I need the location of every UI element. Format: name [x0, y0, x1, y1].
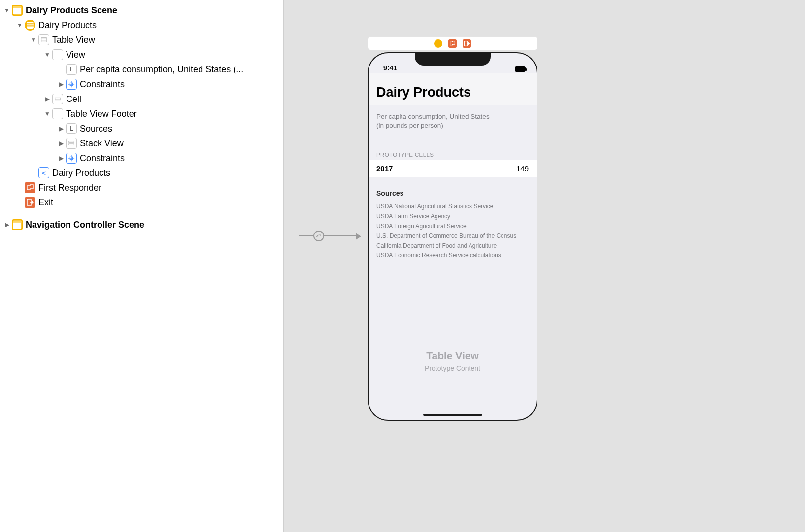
disclosure-icon[interactable]: ▼ [16, 22, 24, 29]
header-label-row[interactable]: L Per capita consumption, United States … [0, 62, 283, 77]
svg-rect-5 [41, 38, 47, 42]
sources-label-row[interactable]: ▶ L Sources [0, 121, 283, 136]
svg-rect-20 [13, 221, 22, 223]
document-outline[interactable]: ▼ Dairy Products Scene ▼ Dairy Products … [0, 0, 284, 532]
nav-controller-scene-row[interactable]: ▶ Navigation Controller Scene [0, 217, 283, 232]
cell-row[interactable]: ▶ Cell [0, 92, 283, 106]
disclosure-icon[interactable]: ▶ [57, 125, 65, 132]
storyboard-canvas[interactable]: 9:41 Dairy Products Per capita consumpti… [284, 0, 805, 532]
subtitle-line1: Per capita consumption, United States [376, 112, 529, 121]
placeholder-sub: Prototype Content [369, 365, 537, 372]
svg-rect-23 [465, 41, 468, 46]
large-title: Dairy Products [369, 73, 537, 105]
scene-label: Dairy Products Scene [26, 5, 117, 16]
tableview-placeholder: Table View Prototype Content [369, 350, 537, 372]
svg-rect-13 [69, 141, 74, 143]
sources-label: Sources [80, 124, 112, 134]
header-label-text: Per capita consumption, United States (.… [80, 65, 243, 75]
table-footer: Sources USDA National Agricultural Stati… [369, 177, 537, 268]
view-icon [52, 49, 63, 60]
svg-point-21 [316, 236, 317, 237]
tableview-icon [38, 34, 49, 45]
status-time: 9:41 [383, 64, 397, 72]
label-icon: L [66, 123, 77, 134]
constraints2-label: Constraints [80, 153, 125, 164]
source-line: USDA National Agricultural Statistics Se… [376, 202, 529, 212]
footer-label: Table View Footer [66, 109, 137, 119]
navitem-icon: < [38, 167, 49, 178]
header-view-row[interactable]: ▼ View [0, 47, 283, 62]
disclosure-icon[interactable]: ▶ [57, 155, 65, 162]
header-view-label: View [66, 50, 85, 60]
svg-point-22 [320, 234, 321, 235]
cell-year: 2017 [376, 165, 393, 173]
tableview-label: Table View [52, 35, 95, 45]
home-indicator [423, 414, 482, 416]
segue-badge[interactable] [313, 231, 324, 241]
iphone-canvas[interactable]: 9:41 Dairy Products Per capita consumpti… [368, 52, 537, 421]
scene-row-dairy-products-scene[interactable]: ▼ Dairy Products Scene [0, 3, 283, 18]
svg-rect-2 [27, 22, 34, 29]
source-line: USDA Farm Service Agency [376, 212, 529, 222]
battery-icon [515, 66, 526, 72]
segue-arrow-icon [356, 233, 361, 240]
constraints-label: Constraints [80, 79, 125, 90]
vc-row-dairy-products[interactable]: ▼ Dairy Products [0, 18, 283, 33]
source-line: U.S. Department of Commerce Bureau of th… [376, 232, 529, 241]
table-header-subtitle: Per capita consumption, United States (i… [369, 105, 537, 132]
scene-dock-vc-icon[interactable] [434, 39, 442, 48]
label-icon: L [66, 64, 77, 75]
constraints-icon [66, 153, 77, 164]
exit-row[interactable]: Exit [0, 195, 283, 210]
tableview-row[interactable]: ▼ Table View [0, 33, 283, 47]
source-line: USDA Foreign Agricultural Service [376, 222, 529, 232]
cell-label: Cell [66, 94, 81, 104]
constraints-icon [66, 79, 77, 90]
disclosure-icon[interactable]: ▶ [43, 96, 51, 102]
stackview-row[interactable]: ▶ Stack View [0, 136, 283, 151]
navitem-row[interactable]: < Dairy Products [0, 166, 283, 180]
scene-icon [12, 219, 23, 230]
placeholder-title: Table View [369, 350, 537, 362]
first-responder-label: First Responder [38, 183, 101, 193]
viewcontroller-icon [25, 20, 35, 31]
constraints-row-1[interactable]: ▶ Constraints [0, 77, 283, 92]
nav-scene-label: Navigation Controller Scene [26, 220, 144, 230]
footer-row[interactable]: ▼ Table View Footer [0, 106, 283, 121]
stackview-icon [66, 138, 77, 149]
vc-label: Dairy Products [38, 20, 97, 31]
svg-rect-1 [13, 6, 22, 8]
navitem-label: Dairy Products [52, 168, 110, 178]
disclosure-icon[interactable]: ▼ [30, 36, 37, 43]
scene-icon [12, 5, 23, 16]
sources-title: Sources [376, 189, 529, 197]
prototype-cell[interactable]: 2017 149 [369, 160, 537, 177]
disclosure-icon[interactable]: ▼ [43, 51, 51, 58]
iphone-notch [415, 52, 491, 66]
subtitle-line2: (in pounds per person) [376, 121, 529, 130]
first-responder-icon [25, 182, 35, 193]
exit-icon [25, 197, 35, 208]
cell-icon [52, 94, 63, 104]
disclosure-icon[interactable]: ▶ [57, 140, 65, 147]
stackview-label: Stack View [80, 138, 124, 149]
source-line: California Department of Food and Agricu… [376, 241, 529, 251]
svg-rect-14 [69, 144, 74, 145]
disclosure-icon[interactable]: ▼ [43, 110, 51, 117]
disclosure-icon[interactable]: ▼ [3, 7, 11, 14]
view-icon [52, 108, 63, 119]
prototype-cells-header: PROTOTYPE CELLS [369, 132, 537, 160]
source-line: USDA Economic Research Service calculati… [376, 251, 529, 261]
scene-dock-first-responder-icon[interactable] [448, 39, 457, 48]
exit-label: Exit [38, 198, 53, 208]
segue-line [299, 235, 357, 236]
disclosure-icon[interactable]: ▶ [3, 221, 11, 228]
outline-separator [8, 214, 275, 214]
scene-dock-exit-icon[interactable] [463, 39, 471, 48]
first-responder-row[interactable]: First Responder [0, 180, 283, 195]
disclosure-icon[interactable]: ▶ [57, 81, 65, 88]
cell-value: 149 [516, 165, 529, 173]
constraints-row-2[interactable]: ▶ Constraints [0, 151, 283, 166]
scene-dock[interactable] [368, 36, 537, 50]
